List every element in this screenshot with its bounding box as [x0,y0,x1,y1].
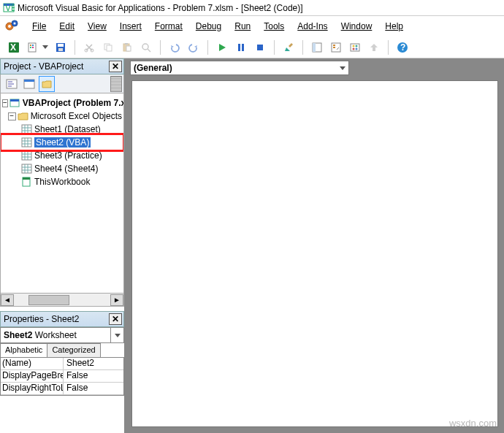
properties-grid[interactable]: (Name)Sheet2 DisplayPageBreaksFalse Disp… [0,358,124,396]
menu-format[interactable]: Format [149,19,188,34]
svg-rect-46 [24,80,34,82]
tree-item-sheet1[interactable]: Sheet1 (Dataset) [2,123,122,136]
save-icon[interactable] [53,39,69,55]
reset-icon[interactable] [252,39,268,55]
tab-categorized[interactable]: Categorized [47,343,100,357]
cut-icon[interactable] [81,39,97,55]
menu-edit[interactable]: Edit [53,19,80,34]
svg-text:?: ? [400,42,405,53]
project-icon [9,98,21,108]
tree-item-thisworkbook[interactable]: ThisWorkbook [2,175,122,188]
worksheet-icon [21,150,33,161]
design-mode-icon[interactable] [280,39,297,55]
svg-point-35 [353,45,355,47]
insert-module-icon[interactable] [25,39,41,55]
menu-debug[interactable]: Debug [190,19,227,34]
paste-icon[interactable] [119,39,135,55]
folder-icon [18,111,29,121]
tree-item-label: Sheet1 (Dataset) [34,124,101,134]
tab-alphabetic[interactable]: Alphabetic [0,343,47,357]
tree-item-label: Sheet2 (VBA) [34,137,91,147]
svg-rect-27 [242,44,244,51]
property-value[interactable]: Sheet2 [64,358,123,369]
code-editor[interactable] [131,80,498,427]
properties-object-select[interactable]: Sheet2 Worksheet [0,327,124,343]
property-row: DisplayRightToLeftFalse [1,383,123,395]
menu-insert[interactable]: Insert [114,19,148,34]
properties-panel-header: Properties - Sheet2 ✕ [0,311,124,327]
property-value[interactable]: False [64,383,123,394]
object-dropdown-value: (General) [134,63,172,73]
properties-panel-close-button[interactable]: ✕ [109,313,122,325]
toolbox-icon[interactable] [366,39,382,55]
menu-tools[interactable]: Tools [258,19,290,34]
prop-object-name: Sheet2 [4,330,32,340]
properties-tabs: Alphabetic Categorized [0,343,124,358]
scroll-thumb[interactable] [15,295,109,305]
object-dropdown[interactable]: (General) [130,61,349,75]
find-icon[interactable] [138,39,154,55]
view-object-icon[interactable] [21,76,37,92]
menu-help[interactable]: Help [379,19,409,34]
property-value[interactable]: False [64,370,123,382]
tree-item-sheet3[interactable]: Sheet3 (Practice) [2,149,122,162]
chevron-down-icon[interactable] [110,328,123,342]
tree-item-sheet2[interactable]: Sheet2 (VBA) [2,136,122,149]
svg-point-6 [14,23,16,25]
properties-panel-title: Properties - Sheet2 [4,314,79,324]
collapse-icon[interactable]: − [2,99,8,107]
svg-text:X: X [10,42,16,53]
help-icon[interactable]: ? [394,39,411,55]
tree-folder[interactable]: − Microsoft Excel Objects [2,110,122,123]
property-key: DisplayRightToLeft [1,383,64,394]
undo-icon[interactable] [167,39,183,55]
svg-rect-31 [332,43,340,52]
svg-point-36 [356,45,358,47]
menu-window[interactable]: Window [335,19,378,34]
tree-root[interactable]: − VBAProject (Problem 7.xlsm) [2,96,122,110]
view-excel-icon[interactable]: X [6,39,22,55]
run-icon[interactable] [214,39,230,55]
svg-rect-64 [22,164,31,173]
properties-window-icon[interactable] [328,39,344,55]
svg-rect-10 [30,45,31,46]
menu-addins[interactable]: Add-Ins [291,19,333,34]
svg-rect-32 [333,45,335,46]
svg-line-25 [148,49,150,52]
vba-gear-icon [4,19,19,34]
insert-dropdown-arrow[interactable] [42,45,48,49]
project-explorer-icon[interactable] [309,39,325,55]
tree-item-sheet4[interactable]: Sheet4 (Sheet4) [2,162,122,175]
window-title: Microsoft Visual Basic for Applications … [18,3,303,13]
chevron-down-icon[interactable] [340,66,345,70]
tree-folder-label: Microsoft Excel Objects [31,111,122,121]
svg-point-24 [142,44,148,50]
scroll-right-arrow[interactable]: ► [110,294,123,306]
redo-icon[interactable] [186,39,202,55]
property-key: DisplayPageBreaks [1,370,64,382]
workbook-icon [21,177,33,187]
svg-rect-11 [32,45,34,46]
watermark: wsxdn.com [449,418,497,429]
tree-h-scrollbar[interactable]: ◄ ► [1,293,123,306]
svg-rect-48 [10,99,19,101]
object-browser-icon[interactable] [347,39,363,55]
toggle-folders-icon[interactable] [39,76,55,92]
worksheet-icon [21,124,33,134]
svg-rect-28 [257,45,263,50]
toolbar: X ? [0,37,504,58]
svg-rect-13 [32,47,34,48]
menu-run[interactable]: Run [229,19,256,34]
view-code-icon[interactable] [4,76,20,92]
project-panel-close-button[interactable]: ✕ [109,61,122,72]
code-pane: (General) [126,58,504,433]
project-tree[interactable]: − VBAProject (Problem 7.xlsm) − Microsof… [0,93,124,307]
menu-view[interactable]: View [82,19,112,34]
panel-grip[interactable] [110,76,122,92]
collapse-icon[interactable]: − [8,112,16,120]
break-icon[interactable] [233,39,249,55]
scroll-left-arrow[interactable]: ◄ [1,294,14,306]
project-panel-toolbar [0,74,124,93]
copy-icon[interactable] [100,39,116,55]
menu-file[interactable]: File [26,19,52,34]
